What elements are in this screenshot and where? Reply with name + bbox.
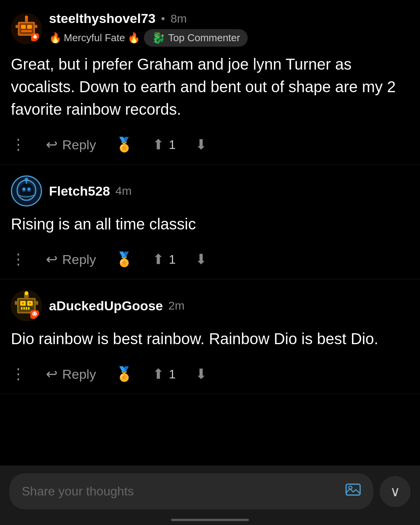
- top-commenter-badge: 🐉 Top Commenter: [144, 29, 248, 47]
- more-button[interactable]: ⋮: [11, 366, 26, 383]
- downvote-icon: ⬇: [195, 136, 207, 153]
- svg-point-19: [23, 188, 25, 191]
- downvote-icon: ⬇: [195, 366, 207, 382]
- svg-rect-35: [15, 301, 17, 305]
- svg-rect-31: [21, 307, 23, 310]
- downvote-button[interactable]: ⬇: [195, 136, 207, 153]
- reply-button[interactable]: ↩ Reply: [46, 366, 96, 382]
- svg-rect-34: [28, 307, 30, 310]
- svg-point-9: [25, 16, 28, 19]
- user-info: Fletch528 4m: [49, 184, 132, 199]
- username: Fletch528: [49, 184, 110, 199]
- downvote-icon: ⬇: [195, 251, 207, 268]
- badges-row: 🔥 Mercyful Fate 🔥 🐉 Top Commenter: [49, 29, 248, 47]
- timestamp: 8m: [171, 12, 187, 25]
- compose-input-container[interactable]: Share your thoughts: [9, 473, 373, 509]
- svg-point-28: [22, 302, 24, 304]
- svg-rect-33: [26, 307, 27, 310]
- svg-rect-5: [21, 30, 32, 32]
- comment-actions: ⋮ ↩ Reply 🏅 ⬆ 1 ⬇: [11, 243, 409, 279]
- timestamp: 2m: [168, 299, 185, 312]
- vote-count: 1: [169, 367, 176, 382]
- comment-item: steelthyshovel73 • 8m 🔥 Mercyful Fate 🔥 …: [0, 0, 420, 164]
- award-icon: 🏅: [116, 366, 133, 382]
- award-button[interactable]: 🏅: [116, 366, 133, 382]
- comment-body: Rising is an all time classic: [11, 213, 409, 235]
- chevron-down-icon: ∨: [390, 483, 400, 500]
- svg-rect-43: [346, 484, 360, 495]
- flair-text: Mercyful Fate: [64, 32, 125, 44]
- svg-rect-36: [36, 301, 38, 305]
- svg-rect-6: [16, 25, 18, 28]
- flair-badge: 🔥 Mercyful Fate 🔥: [49, 32, 140, 44]
- downvote-button[interactable]: ⬇: [195, 251, 207, 268]
- compose-image-icon[interactable]: [345, 482, 361, 501]
- user-info: steelthyshovel73 • 8m 🔥 Mercyful Fate 🔥 …: [49, 11, 248, 47]
- bottom-indicator: [171, 514, 249, 521]
- downvote-button[interactable]: ⬇: [195, 366, 207, 382]
- username-row: Fletch528 4m: [49, 184, 132, 199]
- vote-count: 1: [169, 252, 176, 267]
- svg-point-29: [29, 302, 31, 304]
- avatar: [11, 290, 42, 321]
- upvote-button[interactable]: ⬆ 1: [152, 251, 176, 268]
- timestamp: 4m: [116, 184, 132, 198]
- award-button[interactable]: 🏅: [116, 136, 133, 153]
- flair-emoji-right: 🔥: [128, 32, 140, 44]
- upvote-icon: ⬆: [152, 366, 164, 382]
- username-row: aDuckedUpGoose 2m: [49, 298, 185, 313]
- badge-label: Top Commenter: [168, 32, 240, 44]
- reply-icon: ↩: [46, 251, 58, 268]
- more-icon: ⋮: [11, 251, 26, 268]
- upvote-button[interactable]: ⬆ 1: [152, 136, 176, 153]
- reply-icon: ↩: [46, 136, 58, 153]
- more-button[interactable]: ⋮: [11, 251, 26, 268]
- comment-body: Great, but i prefer Graham and joe lynn …: [11, 53, 409, 121]
- svg-rect-32: [23, 307, 25, 310]
- reply-label: Reply: [62, 367, 96, 382]
- comment-item: aDuckedUpGoose 2m Dio rainbow is best ra…: [0, 279, 420, 394]
- username: steelthyshovel73: [49, 11, 156, 26]
- username-row: steelthyshovel73 • 8m: [49, 11, 248, 26]
- comment-header: steelthyshovel73 • 8m 🔥 Mercyful Fate 🔥 …: [11, 11, 409, 47]
- comment-section: steelthyshovel73 • 8m 🔥 Mercyful Fate 🔥 …: [0, 0, 420, 472]
- comment-header: Fletch528 4m: [11, 175, 409, 206]
- more-icon: ⋮: [11, 366, 26, 383]
- comment-header: aDuckedUpGoose 2m: [11, 290, 409, 321]
- more-icon: ⋮: [11, 136, 26, 153]
- upvote-icon: ⬆: [152, 136, 164, 153]
- upvote-icon: ⬆: [152, 251, 164, 268]
- vote-count: 1: [169, 138, 176, 152]
- avatar: [11, 175, 42, 206]
- comment-actions: ⋮ ↩ Reply 🏅 ⬆ 1 ⬇: [11, 358, 409, 394]
- compose-placeholder: Share your thoughts: [22, 484, 134, 499]
- svg-rect-4: [27, 25, 32, 29]
- svg-point-22: [24, 178, 28, 181]
- svg-point-11: [33, 35, 37, 38]
- award-icon: 🏅: [116, 251, 133, 268]
- reply-icon: ↩: [46, 366, 58, 382]
- compose-expand-button[interactable]: ∨: [380, 476, 411, 507]
- comment-item: Fletch528 4m Rising is an all time class…: [0, 164, 420, 279]
- reply-button[interactable]: ↩ Reply: [46, 251, 96, 268]
- flair-emoji-left: 🔥: [49, 32, 61, 44]
- badge-icon: 🐉: [152, 32, 165, 44]
- username: aDuckedUpGoose: [49, 298, 163, 313]
- comment-body: Dio rainbow is best rainbow. Rainbow Dio…: [11, 327, 409, 350]
- reply-label: Reply: [62, 137, 96, 152]
- svg-point-13: [36, 35, 37, 37]
- more-button[interactable]: ⋮: [11, 136, 26, 153]
- award-button[interactable]: 🏅: [116, 251, 133, 268]
- upvote-button[interactable]: ⬆ 1: [152, 366, 176, 382]
- award-icon: 🏅: [116, 136, 133, 153]
- reply-button[interactable]: ↩ Reply: [46, 136, 96, 153]
- bottom-spacer: [0, 394, 420, 472]
- svg-point-42: [35, 313, 37, 314]
- svg-point-41: [33, 313, 34, 314]
- reply-label: Reply: [62, 252, 96, 267]
- svg-point-12: [33, 35, 35, 37]
- svg-rect-7: [35, 25, 37, 28]
- user-info: aDuckedUpGoose 2m: [49, 298, 185, 313]
- svg-rect-3: [21, 25, 26, 29]
- comment-actions: ⋮ ↩ Reply 🏅 ⬆ 1 ⬇: [11, 128, 409, 164]
